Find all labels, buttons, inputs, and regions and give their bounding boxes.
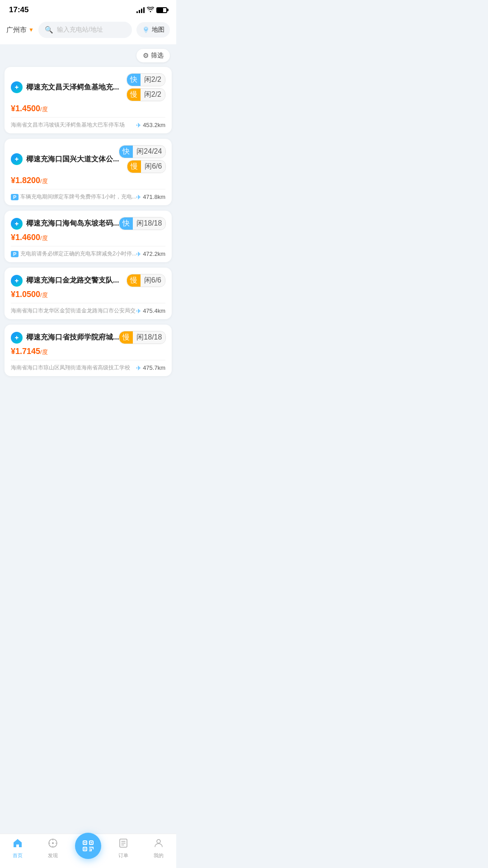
wifi-icon bbox=[147, 6, 154, 14]
status-icons bbox=[136, 6, 167, 14]
filter-icon: ⚙ bbox=[143, 52, 149, 60]
tag-fast: 快 闲2/2 bbox=[127, 73, 165, 86]
station-name-row: 椰速充海口省技师学院府城... bbox=[11, 332, 119, 344]
tag-slow: 慢 闲2/2 bbox=[127, 88, 165, 101]
filter-bar: ⚙ 筛选 bbox=[0, 44, 176, 67]
tag-fast: 快 闲18/18 bbox=[119, 217, 166, 230]
station-name: 椰速充海口国兴大道文体公... bbox=[26, 155, 119, 164]
station-name: 椰速充海口省技师学院府城... bbox=[26, 333, 119, 342]
station-footer: 海南省海口市琼山区凤翔街道海南省高级技工学校 ✈ 475.7km bbox=[11, 360, 165, 372]
svg-point-9 bbox=[52, 842, 54, 844]
station-distance: ✈ 475.7km bbox=[136, 364, 165, 372]
tag-status-slow: 闲6/6 bbox=[141, 274, 165, 287]
station-distance: ✈ 453.2km bbox=[136, 122, 165, 129]
map-pin-icon bbox=[142, 26, 150, 34]
scan-button[interactable] bbox=[75, 833, 101, 859]
station-logo bbox=[11, 275, 23, 287]
nav-item-home[interactable]: 首页 bbox=[0, 838, 35, 859]
battery-icon bbox=[156, 7, 167, 13]
station-name-row: 椰速充海口海甸岛东坡老码... bbox=[11, 218, 119, 230]
nav-label-discover: 发现 bbox=[48, 852, 58, 859]
tag-status-fast: 闲18/18 bbox=[133, 217, 165, 230]
bottom-nav: 首页 发现 bbox=[0, 834, 176, 868]
tag-status-slow: 闲2/2 bbox=[141, 89, 165, 101]
tag-type-slow: 慢 bbox=[127, 160, 141, 173]
search-placeholder: 输入充电站/地址 bbox=[57, 26, 103, 34]
station-name: 椰速充海口金龙路交警支队... bbox=[26, 276, 127, 285]
station-name: 椰速充文昌天泽鳄鱼基地充... bbox=[26, 83, 127, 92]
station-address: P 车辆充电期间绑定车牌号免费停车1小时，充电... bbox=[11, 193, 136, 201]
svg-rect-17 bbox=[84, 842, 86, 844]
chevron-down-icon: ▼ bbox=[28, 27, 34, 33]
tag-status-slow: 闲6/6 bbox=[141, 160, 165, 173]
svg-rect-18 bbox=[91, 842, 92, 844]
station-price: ¥1.4600/度 bbox=[11, 233, 165, 242]
search-icon: 🔍 bbox=[45, 26, 53, 34]
nav-item-discover[interactable]: 发现 bbox=[35, 838, 70, 859]
station-name: 椰速充海口海甸岛东坡老码... bbox=[26, 219, 119, 228]
station-name-row: 椰速充海口国兴大道文体公... bbox=[11, 153, 119, 165]
home-icon bbox=[12, 838, 23, 850]
station-footer: 海南省海口市龙华区金贸街道金龙路海口市公安局交... ✈ 475.4km bbox=[11, 303, 165, 315]
orders-icon bbox=[118, 838, 129, 850]
signal-icon bbox=[136, 7, 145, 13]
tag-slow: 慢 闲6/6 bbox=[127, 160, 166, 173]
station-distance: ✈ 475.4km bbox=[136, 307, 165, 315]
station-footer: P 车辆充电期间绑定车牌号免费停车1小时，充电... ✈ 471.8km bbox=[11, 189, 165, 201]
tag-status-fast: 闲2/2 bbox=[141, 74, 165, 86]
station-tags: 快 闲18/18 bbox=[119, 217, 166, 230]
filter-button[interactable]: ⚙ 筛选 bbox=[136, 49, 170, 62]
station-footer: P 充电前请务必绑定正确的充电车牌减免2小时停... ✈ 472.2km bbox=[11, 246, 165, 258]
city-label: 广州市 bbox=[6, 26, 27, 34]
station-name-row: 椰速充海口金龙路交警支队... bbox=[11, 275, 127, 287]
station-address: 海南省文昌市冯坡镇天泽鳄鱼基地大巴车停车场 bbox=[11, 121, 136, 129]
station-header: 椰速充文昌天泽鳄鱼基地充... 快 闲2/2 慢 闲2/2 bbox=[11, 73, 165, 101]
tag-type-fast: 快 bbox=[119, 146, 133, 158]
svg-rect-19 bbox=[84, 849, 86, 850]
map-button[interactable]: 地图 bbox=[136, 22, 170, 38]
nav-item-mine[interactable]: 我的 bbox=[141, 838, 176, 859]
station-tags: 快 闲2/2 慢 闲2/2 bbox=[127, 73, 165, 101]
parking-badge: P bbox=[11, 251, 19, 257]
tag-type-slow: 慢 bbox=[119, 331, 133, 344]
tag-type-slow: 慢 bbox=[127, 89, 141, 101]
header: 广州市 ▼ 🔍 输入充电站/地址 地图 bbox=[0, 18, 176, 44]
tag-status-fast: 闲24/24 bbox=[133, 146, 165, 158]
compass-icon bbox=[47, 838, 58, 850]
station-card[interactable]: 椰速充文昌天泽鳄鱼基地充... 快 闲2/2 慢 闲2/2 ¥1.4500/度 … bbox=[5, 67, 172, 133]
city-selector[interactable]: 广州市 ▼ bbox=[6, 26, 34, 34]
station-tags: 慢 闲18/18 bbox=[119, 331, 166, 344]
nav-arrow-icon: ✈ bbox=[136, 193, 141, 201]
nav-arrow-icon: ✈ bbox=[136, 250, 141, 258]
station-price: ¥1.0500/度 bbox=[11, 290, 165, 299]
station-logo bbox=[11, 81, 23, 93]
station-card[interactable]: 椰速充海口国兴大道文体公... 快 闲24/24 慢 闲6/6 ¥1.8200/… bbox=[5, 139, 172, 205]
station-card[interactable]: 椰速充海口金龙路交警支队... 慢 闲6/6 ¥1.0500/度 海南省海口市龙… bbox=[5, 268, 172, 319]
station-list: 椰速充文昌天泽鳄鱼基地充... 快 闲2/2 慢 闲2/2 ¥1.4500/度 … bbox=[0, 67, 176, 381]
station-footer: 海南省文昌市冯坡镇天泽鳄鱼基地大巴车停车场 ✈ 453.2km bbox=[11, 117, 165, 129]
svg-point-29 bbox=[157, 840, 160, 843]
station-price: ¥1.8200/度 bbox=[11, 176, 165, 185]
nav-arrow-icon: ✈ bbox=[136, 307, 141, 315]
svg-point-1 bbox=[145, 28, 147, 30]
station-card[interactable]: 椰速充海口海甸岛东坡老码... 快 闲18/18 ¥1.4600/度 P 充电前… bbox=[5, 211, 172, 262]
nav-item-orders[interactable]: 订单 bbox=[106, 838, 141, 859]
nav-item-scan[interactable] bbox=[70, 843, 106, 859]
station-tags: 快 闲24/24 慢 闲6/6 bbox=[119, 145, 166, 173]
station-distance: ✈ 471.8km bbox=[136, 193, 165, 201]
nav-label-home: 首页 bbox=[13, 852, 23, 859]
tag-status-slow: 闲18/18 bbox=[133, 331, 165, 344]
station-card[interactable]: 椰速充海口省技师学院府城... 慢 闲18/18 ¥1.7145/度 海南省海口… bbox=[5, 325, 172, 376]
station-tags: 慢 闲6/6 bbox=[127, 274, 165, 287]
search-bar[interactable]: 🔍 输入充电站/地址 bbox=[38, 22, 132, 38]
station-header: 椰速充海口国兴大道文体公... 快 闲24/24 慢 闲6/6 bbox=[11, 145, 165, 173]
tag-type-slow: 慢 bbox=[127, 274, 141, 287]
station-address: P 充电前请务必绑定正确的充电车牌减免2小时停... bbox=[11, 250, 136, 258]
station-address: 海南省海口市琼山区凤翔街道海南省高级技工学校 bbox=[11, 364, 136, 372]
tag-fast: 快 闲24/24 bbox=[119, 145, 166, 158]
nav-arrow-icon: ✈ bbox=[136, 364, 141, 372]
nav-arrow-icon: ✈ bbox=[136, 122, 141, 129]
station-price: ¥1.4500/度 bbox=[11, 104, 165, 113]
status-time: 17:45 bbox=[9, 5, 28, 14]
station-name-row: 椰速充文昌天泽鳄鱼基地充... bbox=[11, 81, 127, 93]
